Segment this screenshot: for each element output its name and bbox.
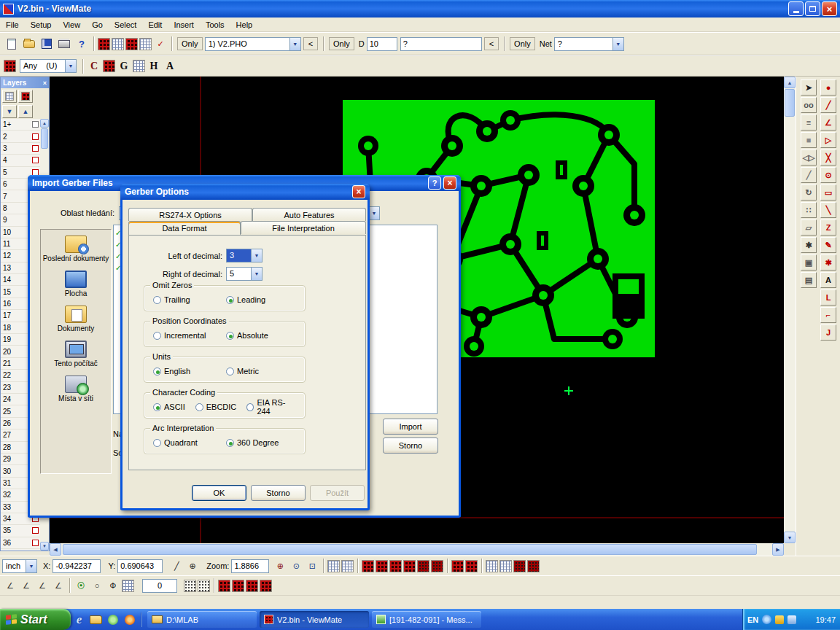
snap-angle-icon[interactable]: ∠ [51, 578, 66, 593]
only-layer-button[interactable]: Only [177, 37, 203, 50]
draw-pencil-icon[interactable]: ✎ [820, 237, 836, 253]
layer-color-box[interactable] [32, 157, 39, 163]
draw-cross-icon[interactable]: ╳ [820, 149, 836, 166]
layer-view-icon[interactable]: ▣ [801, 254, 817, 271]
ok-button[interactable]: OK [192, 485, 246, 501]
snap-angle-icon[interactable]: ∠ [19, 578, 34, 593]
aperture-tool-icon[interactable]: A [163, 59, 177, 74]
close-icon[interactable]: × [352, 185, 365, 198]
prev-net-button[interactable]: < [484, 37, 499, 50]
task-button-viewmate[interactable]: V2.bin - ViewMate [260, 611, 369, 628]
radio-button-icon[interactable] [195, 403, 203, 411]
draw-l-icon[interactable]: L [820, 289, 836, 306]
close-icon[interactable]: × [43, 79, 47, 87]
prev-dcode-button[interactable]: < [303, 37, 318, 50]
gerber-options-titlebar[interactable]: Gerber Options × [120, 184, 370, 200]
messenger-tray-icon[interactable] [762, 615, 771, 624]
tab-data-format[interactable]: Data Format [128, 221, 241, 235]
layers-grid-icon[interactable] [2, 90, 17, 103]
text-tool-icon[interactable]: A [820, 272, 836, 288]
radio-eia-rs-244[interactable]: EIA RS-244 [246, 398, 295, 416]
pattern-icon[interactable] [389, 560, 402, 572]
pattern-icon[interactable] [417, 560, 429, 572]
radio-button-icon[interactable] [246, 403, 254, 411]
layer-move-up-icon[interactable]: ▲ [18, 105, 33, 118]
radio-english[interactable]: English [153, 367, 216, 376]
pad-mode-icon[interactable]: Φ [106, 578, 120, 593]
grid-icon[interactable] [486, 560, 498, 572]
rotate-icon[interactable]: ↻ [801, 184, 817, 201]
grid-icon[interactable] [327, 560, 340, 572]
menu-tools[interactable]: Tools [200, 19, 230, 31]
circle-tool-icon[interactable]: C [87, 59, 101, 74]
context-help-button[interactable]: ? [74, 36, 90, 52]
vscroll-thumb[interactable] [785, 89, 795, 117]
polygon-icon[interactable]: ▱ [801, 219, 817, 236]
highlight-toggle-icon[interactable]: ⦿ [74, 578, 88, 593]
layer-row-4[interactable]: 4 [1, 155, 41, 166]
clock[interactable]: 19:47 [815, 615, 836, 624]
menu-edit[interactable]: Edit [142, 19, 168, 31]
units-combo[interactable]: inch ▼ [2, 559, 37, 573]
place-recent[interactable]: Poslední dokumenty [42, 236, 109, 262]
grid-snap-icon[interactable] [198, 580, 210, 592]
layer-scroll-thumb[interactable] [41, 128, 48, 149]
dcode-query-input[interactable]: ? [400, 37, 482, 51]
browser-quicklaunch-icon[interactable] [122, 612, 137, 627]
place-computer[interactable]: Tento počítač [42, 341, 109, 368]
filled-rect-icon[interactable]: ■ [801, 132, 817, 148]
pattern-icon[interactable] [260, 580, 272, 592]
table-grid-icon[interactable] [139, 38, 152, 50]
cancel-button[interactable]: Storno [251, 485, 306, 501]
grid-icon[interactable] [499, 560, 512, 572]
radio-button-icon[interactable] [226, 332, 234, 340]
save-file-button[interactable] [39, 36, 55, 52]
scroll-down-icon[interactable]: ▼ [40, 542, 49, 551]
scroll-down-icon[interactable]: ▼ [784, 532, 796, 543]
radio-button-icon[interactable] [226, 296, 234, 304]
new-file-button[interactable] [4, 36, 20, 52]
chevron-down-icon[interactable]: ▼ [368, 207, 379, 219]
ie-quicklaunch-icon[interactable]: e [71, 612, 87, 627]
layer-row-1+[interactable]: 1+ [1, 119, 41, 131]
scroll-right-icon[interactable]: ▶ [772, 543, 784, 556]
radio-button-icon[interactable] [226, 368, 234, 376]
radio-leading[interactable]: Leading [226, 295, 265, 304]
radio-quadrant[interactable]: Quadrant [153, 438, 216, 447]
pattern-icon[interactable] [527, 560, 540, 572]
settings-icon[interactable]: ✱ [801, 237, 817, 253]
chevron-down-icon[interactable]: ▼ [251, 268, 262, 280]
pattern-icon[interactable] [431, 560, 443, 572]
draw-circle-icon[interactable]: ⊙ [820, 167, 836, 183]
tab-rs274x-options[interactable]: RS274-X Options [128, 208, 252, 221]
canvas-horizontal-scrollbar[interactable]: ◀ ▶ [50, 543, 784, 556]
radio-incremental[interactable]: Incremental [153, 331, 216, 340]
draw-corner-icon[interactable]: ⌐ [820, 307, 836, 323]
place-docs[interactable]: Dokumenty [42, 306, 109, 332]
menu-insert[interactable]: Insert [168, 19, 200, 31]
draw-line-icon[interactable]: ╱ [820, 97, 836, 113]
pattern-icon[interactable] [246, 580, 258, 592]
print-view-icon[interactable]: ▤ [801, 272, 817, 288]
radio-button-icon[interactable] [153, 439, 161, 447]
aperture-list-icon[interactable] [4, 60, 16, 72]
print-button[interactable] [56, 36, 72, 52]
scroll-left-icon[interactable]: ◀ [50, 543, 61, 556]
layer-row-2[interactable]: 2 [1, 131, 41, 142]
radio-button-icon[interactable] [153, 403, 161, 411]
snap-angle-icon[interactable]: ∠ [3, 578, 18, 593]
scroll-up-icon[interactable]: ▲ [40, 119, 49, 128]
only-net-button[interactable]: Only [510, 37, 535, 50]
pattern-icon[interactable] [362, 560, 374, 572]
check-icon[interactable]: ✓ [153, 36, 168, 51]
dots-icon[interactable]: ∷ [801, 202, 817, 218]
radio-absolute[interactable]: Absolute [226, 331, 268, 340]
aperture-grid-icon[interactable] [125, 38, 138, 50]
grid-tool-icon[interactable] [133, 60, 145, 72]
layer-row-35[interactable]: 35 [1, 525, 41, 537]
place-desktop[interactable]: Plocha [42, 271, 109, 298]
radio-metric[interactable]: Metric [226, 367, 259, 376]
snap-angle-icon[interactable]: ∠ [35, 578, 50, 593]
menu-help[interactable]: Help [230, 19, 259, 31]
layer-move-down-icon[interactable]: ▼ [2, 105, 17, 118]
